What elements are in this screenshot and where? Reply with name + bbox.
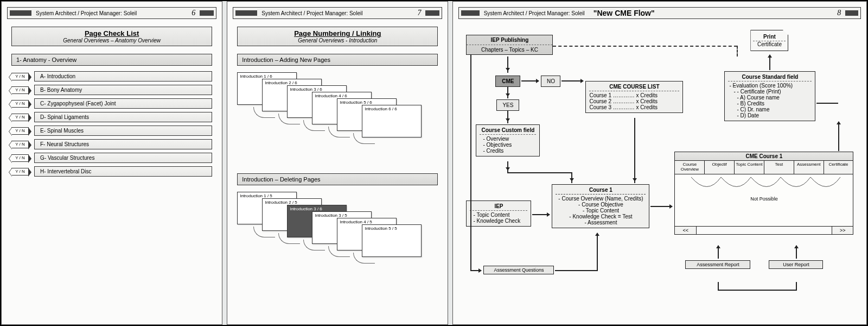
arrow-right-icon [650, 206, 672, 207]
yn-diamond: Y / N [11, 114, 29, 121]
arrow-down-icon [634, 118, 635, 183]
node-cme-course-list: CME COURSE LIST Course 1 ………… x Credits … [585, 81, 683, 113]
arrow-right-icon [532, 214, 550, 215]
node-assessment-report: Assessment Report [685, 260, 750, 269]
arc-arrow [353, 253, 375, 264]
page-number: 7 [417, 9, 421, 17]
line [597, 243, 598, 271]
checklist-row: Y / NH- Intervertebral Disc [11, 166, 212, 177]
panel-header: System Architect / Project Manager: Sole… [458, 7, 861, 19]
redaction-block [461, 10, 479, 16]
page-number: 6 [192, 9, 195, 17]
page-subtitle: General Overviews – Anatomy Overview [12, 37, 212, 43]
node-print-certificate: Print Certificate [750, 30, 788, 51]
page-number: 8 [837, 9, 841, 17]
line [507, 172, 572, 173]
flow-canvas: IEP Publishing Chapters – Topics – KC CM… [458, 27, 861, 322]
arc-arrow [303, 120, 325, 131]
arrow-down-icon [507, 110, 508, 123]
page-subtitle: General Overviews - Introduction [238, 37, 437, 43]
flow-title: "New CME Flow" [593, 9, 828, 17]
tab-course-overview: Course Overview [675, 161, 705, 174]
author-title: System Architect / Project Manager: Sole… [36, 10, 137, 16]
checklist-row: Y / NE- Spinal Muscles [11, 126, 212, 136]
tab-assessment: Assessment [794, 161, 824, 174]
arrow-up-icon [796, 246, 797, 259]
line [470, 55, 471, 271]
arc-arrow [278, 114, 300, 124]
panel-page-checklist: System Architect / Project Manager: Sole… [1, 1, 222, 325]
tab-objectif: Objectif [705, 161, 735, 174]
node-iep: IEP Topic Content Knowledge Check [466, 200, 531, 227]
node-no: NO [541, 76, 560, 87]
arrow-down-icon [507, 57, 508, 73]
page-card: Introduction 6 / 6 [362, 105, 422, 137]
arc-arrow [278, 233, 300, 244]
dashed-line [553, 46, 737, 47]
triptych: System Architect / Project Manager: Sole… [0, 0, 868, 326]
node-cme: CME [495, 76, 520, 87]
checklist-row: Y / NC- Zygapophyseal (Facet) Joint [11, 98, 212, 109]
arrow-up-icon [597, 233, 598, 244]
arrow-up-icon [718, 246, 719, 259]
author-title: System Architect / Project Manager: Sole… [484, 10, 585, 16]
yn-diamond: Y / N [11, 154, 29, 162]
line [718, 290, 797, 291]
redaction-block [235, 10, 257, 16]
tab-topic-content: Topic Content [735, 161, 764, 174]
arrow-right-icon [470, 270, 481, 271]
arc-arrow [328, 127, 350, 137]
del-stack: Introduction 1 / 5 Introduction 2 / 5 In… [237, 189, 438, 286]
panel-cme-flow: System Architect / Project Manager: Sole… [452, 1, 867, 325]
arc-arrow [303, 240, 325, 250]
node-course-custom-field: Course Custom field Overview Objectives … [476, 124, 540, 156]
next-button: >> [832, 227, 853, 234]
add-header: Introduction – Adding New Pages [237, 54, 438, 66]
line [796, 282, 797, 290]
line [555, 270, 597, 271]
node-course-1: Course 1 - Course Overview (Name, Credit… [552, 184, 649, 228]
author-title: System Architect / Project Manager: Sole… [261, 10, 362, 16]
tab-certificate: Certificate [824, 161, 853, 174]
arc-arrow [253, 107, 275, 118]
prev-button: << [675, 227, 697, 234]
arrow-up-icon [769, 55, 770, 70]
arc-arrow [253, 227, 275, 237]
checklist-row: Y / NB- Bony Anatomy [11, 85, 212, 95]
arrow-down-icon [507, 86, 508, 98]
arc-arrow [328, 246, 350, 257]
arrow-down-icon [507, 161, 508, 172]
not-possible-label: Not Possible [750, 196, 778, 202]
section-header: 1- Anatomy - Overview [11, 54, 212, 66]
tab-test: Test [764, 161, 794, 174]
tab-row: Course Overview Objectif Topic Content T… [675, 161, 853, 174]
arrow-down-icon [571, 172, 572, 183]
arc-arrow [353, 133, 375, 144]
title-band: Page Numbering / Linking General Overvie… [237, 27, 438, 46]
node-yes: YES [496, 99, 519, 111]
title-band: Page Check List General Overviews – Anat… [11, 27, 212, 46]
yn-diamond: Y / N [11, 168, 29, 175]
del-header: Introduction – Deleting Pages [237, 173, 438, 185]
arrow-right-icon [561, 80, 583, 82]
panel-page-numbering: System Architect / Project Manager: Sole… [227, 1, 448, 325]
line [816, 103, 838, 104]
redaction-block [425, 10, 439, 16]
page-title: Page Numbering / Linking [238, 29, 437, 37]
line [718, 282, 719, 290]
node-assessment-questions: Assessment Questions [483, 266, 554, 274]
yn-diamond: Y / N [11, 100, 29, 108]
dashed-line [737, 46, 738, 57]
arrow-up-icon [838, 122, 839, 151]
yn-diamond: Y / N [11, 73, 29, 80]
checklist: Y / NA- Introduction Y / NB- Bony Anatom… [11, 71, 212, 177]
panel-header: System Architect / Project Manager: Sole… [233, 7, 442, 19]
redaction-block [200, 10, 214, 16]
redaction-block [10, 10, 31, 16]
arrow-right-icon [521, 80, 539, 82]
panel-header: System Architect / Project Manager: Sole… [7, 7, 216, 19]
yn-diamond: Y / N [11, 127, 29, 135]
redaction-block [845, 10, 858, 16]
checklist-row: Y / ND- Spinal Ligaments [11, 112, 212, 122]
checklist-row: Y / NA- Introduction [11, 71, 212, 82]
